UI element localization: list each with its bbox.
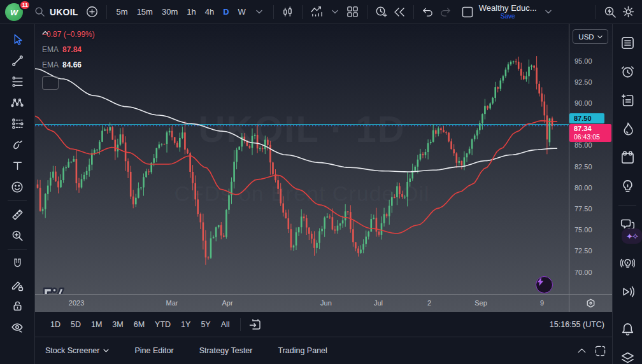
timezone-settings-button[interactable]: [569, 295, 612, 312]
magnet-tool[interactable]: [6, 253, 28, 274]
panel-maximize-button[interactable]: [595, 346, 606, 356]
streams-button[interactable]: [617, 281, 638, 302]
redo-arrow-icon: [439, 6, 452, 17]
tab-trading-panel[interactable]: Trading Panel: [278, 346, 327, 355]
hotlists-button[interactable]: [617, 118, 638, 139]
clock-utc[interactable]: 15:16:55 (UTC): [550, 320, 604, 329]
emoji-tool[interactable]: [6, 176, 28, 197]
cursor-tool[interactable]: [6, 29, 28, 50]
right-sidebar: ✦✧: [612, 24, 642, 364]
price-axis[interactable]: USD 87.50 87.34 06:43:05 95.0092.5090.00…: [569, 24, 612, 294]
goto-date-icon: [249, 318, 262, 331]
fib-retracement-tool[interactable]: [6, 71, 28, 92]
chevron-down-icon: [545, 10, 552, 14]
live-ideas-button[interactable]: [617, 252, 638, 274]
symbol-search-button[interactable]: UKOIL: [29, 3, 83, 21]
timeframe-5m[interactable]: 5m: [112, 3, 132, 21]
ema-slow-label[interactable]: EMA: [42, 61, 59, 69]
indicators-button[interactable]: [308, 3, 326, 21]
multichart-layout-button[interactable]: [344, 3, 362, 21]
ruler-tool[interactable]: [6, 204, 28, 225]
text-icon: [11, 160, 24, 172]
ideas-button[interactable]: [617, 175, 638, 197]
brush-icon: [11, 139, 24, 151]
calendar-button[interactable]: [617, 146, 638, 168]
timeframe-menu-chevron[interactable]: [250, 3, 268, 21]
ai-sparkles-badge[interactable]: ✦✧: [622, 228, 642, 244]
text-tool[interactable]: [6, 155, 28, 176]
forecast-position-tool[interactable]: [6, 113, 28, 134]
panel-expand-button[interactable]: [578, 348, 586, 353]
add-symbol-button[interactable]: [83, 3, 101, 21]
legend-collapse-button[interactable]: [42, 76, 59, 90]
timeframe-15m[interactable]: 15m: [132, 3, 157, 21]
brush-tool[interactable]: [6, 134, 28, 155]
object-tree-button[interactable]: [617, 347, 638, 364]
symbol-label: UKOIL: [50, 7, 78, 17]
save-button[interactable]: Save: [501, 13, 515, 20]
alert-clock-plus-icon: [375, 6, 388, 18]
boost-button[interactable]: [536, 276, 553, 293]
ema-fast-label[interactable]: EMA: [42, 46, 59, 53]
timeframe-1h[interactable]: 1h: [182, 3, 200, 21]
currency-dropdown[interactable]: USD: [573, 29, 608, 44]
notes-button[interactable]: [617, 89, 638, 111]
tab-stock-screener[interactable]: Stock Screener: [45, 346, 109, 355]
candlestick-canvas[interactable]: UKOIL · 1DCFDs on Brent Crude Oil: [35, 24, 569, 294]
price-tick-label: 72.50: [574, 247, 592, 255]
timeframe-4h[interactable]: 4h: [201, 3, 218, 21]
grid-layout-icon: [346, 6, 359, 18]
lock-all-drawings-tool[interactable]: [6, 295, 28, 316]
undo-button[interactable]: [419, 3, 437, 21]
range-1m[interactable]: 1M: [86, 318, 107, 332]
chevron-up-icon: [578, 348, 586, 353]
timeframe-1w[interactable]: W: [234, 3, 250, 21]
alerts-button[interactable]: [617, 60, 638, 82]
time-axis[interactable]: 2023MarAprJunJul2Sep9: [35, 294, 612, 312]
layout-name-button[interactable]: Wealthy Educ... Save: [476, 3, 539, 21]
notifications-button[interactable]: [617, 318, 638, 340]
pencil-lock-icon: [11, 279, 24, 291]
indicators-menu-chevron[interactable]: [326, 3, 344, 21]
redo-button[interactable]: [437, 3, 455, 21]
timeframe-1d[interactable]: D: [218, 3, 233, 21]
range-6m[interactable]: 6M: [129, 318, 150, 332]
zoom-in-tool[interactable]: [6, 225, 28, 246]
bar-replay-button[interactable]: [390, 3, 408, 21]
range-3m[interactable]: 3M: [107, 318, 128, 332]
range-1y[interactable]: 1Y: [176, 318, 196, 332]
chevron-up-icon: [42, 31, 48, 35]
ema-fast-value: 87.84: [62, 46, 82, 53]
range-5d[interactable]: 5D: [66, 318, 86, 332]
xabcd-pattern-tool[interactable]: [6, 92, 28, 113]
timeframe-30m[interactable]: 30m: [157, 3, 182, 21]
chevron-down-icon: [256, 10, 262, 14]
hide-drawings-tool[interactable]: [6, 316, 28, 337]
range-1d[interactable]: 1D: [45, 318, 66, 332]
drawing-mode-lock-tool[interactable]: [6, 274, 28, 295]
create-alert-button[interactable]: [373, 3, 390, 21]
goto-date-button[interactable]: [246, 316, 265, 333]
settings-button[interactable]: [619, 3, 637, 21]
tab-strategy-tester[interactable]: Strategy Tester: [199, 346, 253, 355]
layout-select-button[interactable]: [459, 3, 476, 21]
layers-icon: [620, 351, 635, 364]
user-menu-button[interactable]: w 11: [4, 2, 29, 22]
range-5y[interactable]: 5Y: [196, 318, 215, 332]
cursor-icon: [11, 34, 24, 46]
price-tick-label: 75.00: [574, 226, 592, 234]
currency-label: USD: [578, 33, 594, 41]
layout-box-icon: [462, 6, 473, 18]
price-chart[interactable]: −0.87 (−0.99%) EMA 87.84 EMA 84.66: [35, 24, 569, 294]
layout-menu-chevron[interactable]: [539, 3, 557, 21]
quick-search-button[interactable]: [601, 3, 619, 21]
tab-pine-editor[interactable]: Pine Editor: [134, 346, 173, 355]
watchlist-button[interactable]: [617, 32, 638, 53]
range-ytd[interactable]: YTD: [150, 318, 176, 332]
axis-settings-icon: [586, 298, 596, 308]
range-all[interactable]: All: [216, 318, 235, 332]
chart-style-button[interactable]: [279, 3, 297, 21]
time-tick-label: 2023: [69, 299, 84, 307]
trend-line-tool[interactable]: [6, 50, 28, 71]
chat-button[interactable]: ✦✧: [617, 214, 638, 235]
